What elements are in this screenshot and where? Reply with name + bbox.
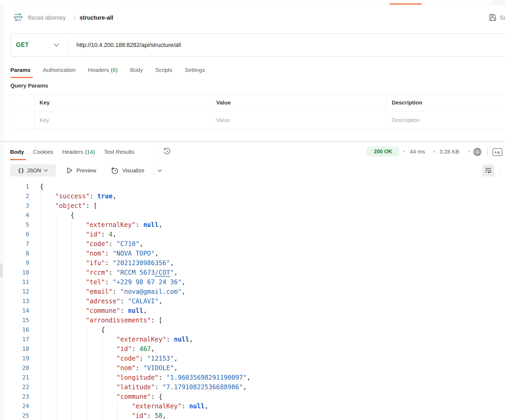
network-globe-icon[interactable] (473, 147, 482, 156)
preview-button[interactable]: Preview (76, 167, 96, 174)
response-tab-headers[interactable]: Headers(14) (62, 149, 95, 155)
divider (487, 148, 488, 155)
indent-guide (86, 325, 87, 420)
code-text: "arrondissements": [ (40, 316, 162, 325)
code-text: "email": "nova@gmail.com", (40, 287, 185, 296)
code-line: 6 "id": 4, (0, 230, 505, 239)
svg-text:HTTP: HTTP (14, 15, 23, 19)
query-params-title: Query Params (10, 82, 48, 89)
code-text: "id": 58, (40, 411, 166, 420)
visualize-icon[interactable] (110, 166, 119, 175)
preview-icon[interactable] (66, 167, 73, 174)
format-dropdown[interactable]: {} JSON (10, 164, 56, 177)
line-number: 10 (0, 268, 29, 277)
description-input[interactable]: Description (392, 117, 420, 123)
http-icon: HTTP (13, 14, 23, 21)
save-button[interactable]: Save (500, 14, 505, 21)
code-line: 9 "ifu": "2021230986356", (0, 258, 505, 268)
code-line: 17 "externalKey": null, (0, 335, 505, 344)
response-time[interactable]: 44 ms (410, 148, 425, 155)
pane-splitter[interactable] (0, 141, 505, 142)
breadcrumb-request-name[interactable]: structure-all (80, 14, 113, 21)
code-text: "nom": "VIDOLE", (40, 363, 178, 373)
line-number: 3 (0, 201, 29, 211)
line-number: 7 (0, 239, 29, 249)
code-line: 10 "rccm": "RCCM 5673/COT", (0, 268, 505, 277)
line-number: 16 (0, 325, 29, 335)
history-icon[interactable] (163, 148, 171, 155)
wrap-text-button[interactable] (482, 164, 494, 177)
request-tab-authorization[interactable]: Authorization (43, 67, 76, 73)
method-selector[interactable]: GET (16, 41, 29, 49)
line-number: 25 (0, 411, 29, 420)
code-line: 19 "code": "12153", (0, 354, 505, 363)
value-input[interactable]: Value (216, 117, 230, 123)
tab-strip-empty-area (493, 0, 505, 5)
code-line: 16 { (0, 325, 505, 335)
code-line: 1{ (0, 182, 505, 191)
divider (158, 149, 158, 155)
visualize-button[interactable]: Visualize (122, 167, 145, 174)
dot-separator (468, 151, 470, 152)
tab-count-badge: (6) (111, 67, 118, 73)
code-text: "code": "12153", (40, 354, 178, 363)
line-number: 17 (0, 335, 29, 344)
code-line: 13 "adresse": "CALAVI", (0, 296, 505, 306)
active-response-tab-underline (10, 159, 26, 160)
column-border (386, 95, 386, 129)
column-header-key: Key (40, 99, 50, 106)
breadcrumb-collection[interactable]: fiscad abomey (28, 14, 66, 21)
status-code: 200 OK (374, 148, 392, 155)
dot-separator (403, 151, 405, 152)
tab-divider (23, 0, 23, 5)
request-tab-settings[interactable]: Settings (185, 67, 205, 73)
workspace-tab-strip (0, 0, 505, 5)
line-number: 14 (0, 306, 29, 316)
column-border (35, 95, 35, 129)
chevron-down-icon[interactable] (157, 169, 162, 172)
code-text: { (40, 182, 43, 191)
code-line: 24 "externalKey": null, (0, 401, 505, 411)
example-badge-text: e.g. (494, 150, 500, 154)
code-text: "adresse": "CALAVI", (40, 296, 162, 306)
response-tab-body[interactable]: Body (10, 149, 24, 155)
code-line: 2 "success": true, (0, 191, 505, 201)
code-text: "nom": "NOVA TOPO", (40, 249, 159, 258)
indent-guide (102, 335, 102, 420)
code-text: "externalKey": null, (40, 220, 162, 230)
line-number: 5 (0, 220, 29, 230)
column-header-value: Value (216, 99, 231, 106)
query-params-table: Key Value Description Key Value Descript… (10, 94, 505, 129)
response-tab-cookies[interactable]: Cookies (33, 149, 53, 155)
code-text: "externalKey": null, (40, 335, 193, 344)
code-text: "externalKey": null, (40, 401, 208, 411)
code-text: "id": 467, (40, 344, 155, 354)
request-tab-body[interactable]: Body (130, 67, 143, 73)
line-number: 2 (0, 191, 29, 201)
request-tab-params[interactable]: Params (10, 67, 31, 73)
format-label: JSON (27, 168, 41, 174)
request-tab-headers[interactable]: Headers(6) (88, 67, 117, 73)
code-line: 11 "tel": "+229 98 67 24 36", (0, 277, 505, 287)
save-as-example-icon[interactable]: e.g. (493, 148, 502, 156)
line-number: 1 (0, 182, 29, 191)
tab-divider (426, 0, 426, 5)
column-header-description: Description (392, 99, 423, 106)
save-icon[interactable] (489, 14, 496, 21)
key-input[interactable]: Key (40, 117, 49, 123)
divider (68, 36, 69, 54)
chevron-down-icon[interactable] (54, 43, 59, 47)
status-badge[interactable]: 200 OK (367, 146, 399, 156)
wrap-text-icon (485, 167, 492, 174)
indent-guide (41, 191, 41, 420)
chevron-down-icon (44, 169, 48, 172)
url-input[interactable]: http://10.4.200.188:8282/api/structure/a… (76, 42, 181, 49)
line-number: 15 (0, 316, 29, 325)
code-text: { (40, 211, 74, 220)
response-tab-test-results[interactable]: Test Results (104, 149, 134, 155)
response-size[interactable]: 3.28 KB (439, 148, 459, 155)
line-number: 4 (0, 211, 29, 220)
response-body-editor: 1{2 "success": true,3 "object": [4 {5 "e… (0, 180, 505, 420)
code-text: "latitude": "7.17910822536688986", (40, 382, 247, 392)
request-tab-scripts[interactable]: Scripts (155, 67, 172, 73)
